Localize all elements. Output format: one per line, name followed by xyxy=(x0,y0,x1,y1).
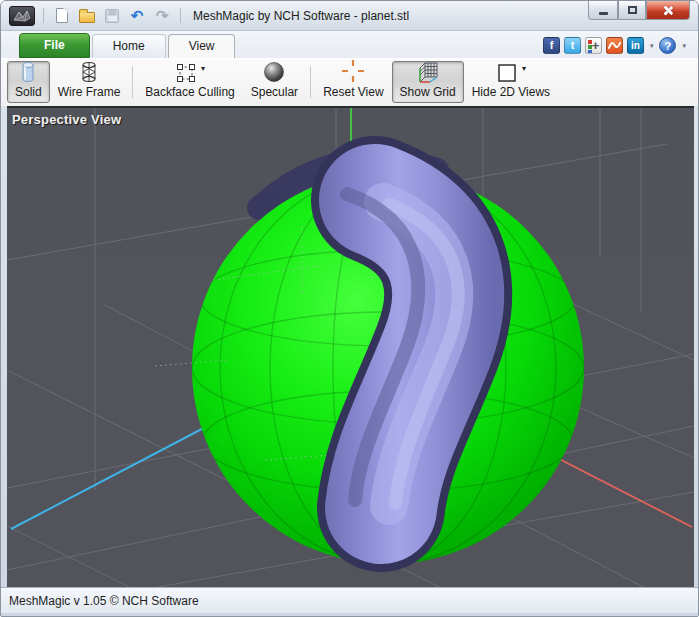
google-plus-glyph: + xyxy=(592,39,600,52)
wire-frame-icon xyxy=(77,60,101,84)
google-plus-icon[interactable]: + xyxy=(585,37,602,54)
hide-2d-dropdown-arrow-icon[interactable]: ▾ xyxy=(522,64,526,73)
app-window: ↶ ↷ MeshMagic by NCH Software - planet.s… xyxy=(0,0,699,617)
toolbar-overflow-chevron-icon[interactable]: ▾ xyxy=(650,42,654,50)
close-button[interactable] xyxy=(646,1,690,20)
show-grid-label: Show Grid xyxy=(400,85,456,99)
perspective-viewport[interactable]: Perspective View xyxy=(7,106,694,587)
undo-button[interactable]: ↶ xyxy=(127,6,147,26)
twitter-icon[interactable]: t xyxy=(564,37,581,54)
minimize-button[interactable] xyxy=(588,1,618,20)
specular-button[interactable]: Specular xyxy=(243,61,306,103)
minimize-icon xyxy=(599,12,608,15)
show-grid-button[interactable]: Show Grid xyxy=(392,61,464,103)
titlebar-separator xyxy=(43,8,44,23)
hide-2d-views-label: Hide 2D Views xyxy=(472,85,550,99)
titlebar-separator xyxy=(180,8,181,23)
backface-dropdown-arrow-icon[interactable]: ▾ xyxy=(201,64,205,73)
redo-icon: ↷ xyxy=(156,8,169,23)
facebook-icon[interactable]: f xyxy=(543,37,560,54)
backface-culling-label: Backface Culling xyxy=(145,85,234,99)
specular-icon xyxy=(262,60,286,84)
tab-view[interactable]: View xyxy=(168,34,236,58)
backface-culling-button[interactable]: ▾ Backface Culling xyxy=(137,61,242,103)
status-text: MeshMagic v 1.05 © NCH Software xyxy=(9,594,199,608)
window-controls xyxy=(588,1,690,20)
open-file-button[interactable] xyxy=(77,6,97,26)
solid-button[interactable]: Solid xyxy=(7,61,50,103)
view-ribbon: Solid Wire Frame ▾ Backf xyxy=(1,58,698,106)
ribbon-tab-row: File Home View f t + in ▾ ? ▾ xyxy=(1,31,698,58)
app-logo-icon xyxy=(9,6,35,26)
hide-2d-views-icon xyxy=(496,62,518,84)
backface-culling-icon xyxy=(175,62,197,84)
social-links: f t + in ▾ ? ▾ xyxy=(543,37,698,58)
maximize-icon xyxy=(628,6,637,14)
scene-canvas xyxy=(7,108,694,589)
new-file-button[interactable] xyxy=(52,6,72,26)
specular-label: Specular xyxy=(251,85,298,99)
redo-button[interactable]: ↷ xyxy=(152,6,172,26)
new-file-icon xyxy=(56,8,68,23)
window-title: MeshMagic by NCH Software - planet.stl xyxy=(193,9,409,23)
show-grid-icon xyxy=(416,60,440,84)
reset-view-button[interactable]: Reset View xyxy=(315,61,391,103)
wire-frame-label: Wire Frame xyxy=(58,85,121,99)
tab-home[interactable]: Home xyxy=(92,34,166,58)
undo-icon: ↶ xyxy=(131,8,144,23)
reset-view-label: Reset View xyxy=(323,85,383,99)
help-dropdown-arrow-icon[interactable]: ▾ xyxy=(682,42,686,50)
maximize-button[interactable] xyxy=(618,1,646,20)
help-button[interactable]: ? xyxy=(659,37,676,54)
open-folder-icon xyxy=(79,12,95,23)
solid-label: Solid xyxy=(15,85,42,99)
status-bar: MeshMagic v 1.05 © NCH Software xyxy=(1,587,698,613)
tab-file[interactable]: File xyxy=(19,33,90,58)
linkedin-icon[interactable]: in xyxy=(627,37,644,54)
ribbon-separator xyxy=(132,66,133,98)
hide-2d-views-button[interactable]: ▾ Hide 2D Views xyxy=(464,61,558,103)
nch-wave-icon[interactable] xyxy=(606,37,623,54)
viewport-label: Perspective View xyxy=(12,112,121,127)
reset-view-icon xyxy=(340,58,366,84)
save-button[interactable] xyxy=(102,6,122,26)
wire-frame-button[interactable]: Wire Frame xyxy=(50,61,129,103)
solid-icon xyxy=(16,60,40,84)
close-icon xyxy=(663,5,674,16)
save-floppy-icon xyxy=(105,9,119,23)
ribbon-separator xyxy=(310,66,311,98)
